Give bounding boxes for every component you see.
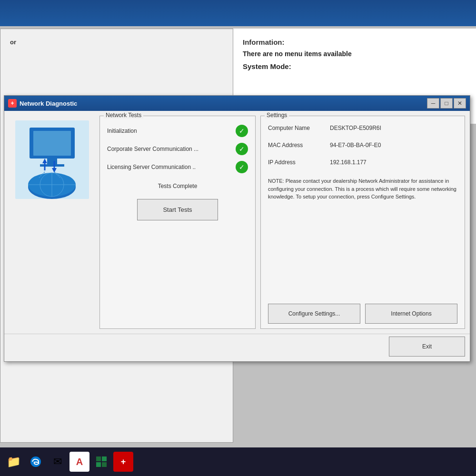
edge-icon[interactable]: [26, 452, 46, 472]
file-explorer-icon[interactable]: 📁: [4, 452, 24, 472]
test-label-init: Initialization: [107, 128, 137, 134]
start-tests-button[interactable]: Start Tests: [137, 199, 218, 220]
check-icon-licensing: ✓: [236, 161, 248, 173]
test-row-licensing: Licensing Server Communication .. ✓: [107, 161, 248, 173]
mac-address-value: 94-E7-0B-BA-0F-E0: [330, 142, 381, 149]
app-grid-icon[interactable]: [91, 452, 111, 472]
settings-action-buttons: Configure Settings... Internet Options: [268, 304, 457, 324]
dialog-titlebar: + Network Diagnostic ─ □ ✕: [4, 96, 470, 111]
settings-row-computer: Computer Name DESKTOP-E509R6I: [268, 125, 457, 131]
settings-panel: Settings Computer Name DESKTOP-E509R6I M…: [260, 116, 465, 329]
tests-status-text: Tests Complete: [107, 183, 248, 189]
svg-rect-2: [33, 131, 71, 156]
network-tests-panel: Network Tests Initialization ✓ Corporate…: [99, 116, 256, 329]
computer-name-label: Computer Name: [268, 125, 330, 131]
ip-address-value: 192.168.1.177: [330, 159, 367, 166]
svg-rect-17: [96, 456, 101, 461]
settings-legend: Settings: [265, 112, 289, 119]
close-button[interactable]: ✕: [454, 98, 466, 109]
check-icon-init: ✓: [236, 125, 248, 137]
network-diagnostic-dialog: + Network Diagnostic ─ □ ✕: [4, 95, 470, 362]
info-title: Information:: [243, 38, 466, 46]
svg-rect-4: [40, 164, 64, 167]
configure-settings-button[interactable]: Configure Settings...: [268, 304, 360, 324]
mail-icon[interactable]: ✉: [48, 452, 68, 472]
network-diag-taskbar-icon[interactable]: +: [113, 452, 133, 472]
svg-rect-18: [102, 456, 107, 461]
test-row-initialization: Initialization ✓: [107, 125, 248, 137]
svg-rect-3: [47, 159, 57, 164]
system-mode-label: System Mode:: [243, 62, 466, 70]
network-svg: [15, 120, 89, 199]
network-illustration: [15, 120, 89, 199]
test-label-licensing: Licensing Server Communication ..: [107, 164, 196, 170]
taskbar: 📁 ✉ A +: [0, 447, 476, 476]
settings-note: NOTE: Please contact your dealership Net…: [268, 177, 457, 299]
exit-button[interactable]: Exit: [389, 337, 465, 357]
test-label-corporate: Corporate Server Communication ...: [107, 146, 198, 152]
ip-address-label: IP Address: [268, 159, 330, 166]
info-message: There are no menu items available: [243, 50, 466, 58]
svg-rect-20: [102, 462, 107, 467]
top-bar: [0, 0, 476, 26]
settings-row-ip: IP Address 192.168.1.177: [268, 159, 457, 166]
dialog-app-icon: +: [8, 99, 17, 108]
check-icon-corporate: ✓: [236, 143, 248, 155]
svg-rect-19: [96, 462, 101, 467]
dialog-controls: ─ □ ✕: [427, 98, 466, 109]
dialog-body: Network Tests Initialization ✓ Corporate…: [4, 111, 470, 334]
maximize-button[interactable]: □: [440, 98, 453, 109]
test-row-corporate: Corporate Server Communication ... ✓: [107, 143, 248, 155]
network-tests-legend: Network Tests: [104, 112, 143, 119]
computer-name-value: DESKTOP-E509R6I: [330, 125, 381, 131]
minimize-button[interactable]: ─: [427, 98, 439, 109]
dialog-footer: Exit: [4, 334, 470, 361]
network-image-panel: [4, 111, 99, 334]
dialog-title: Network Diagnostic: [20, 100, 427, 107]
settings-row-mac: MAC Address 94-E7-0B-BA-0F-E0: [268, 142, 457, 149]
internet-options-button[interactable]: Internet Options: [365, 304, 457, 324]
mac-address-label: MAC Address: [268, 142, 330, 149]
app-a-icon[interactable]: A: [69, 452, 89, 472]
